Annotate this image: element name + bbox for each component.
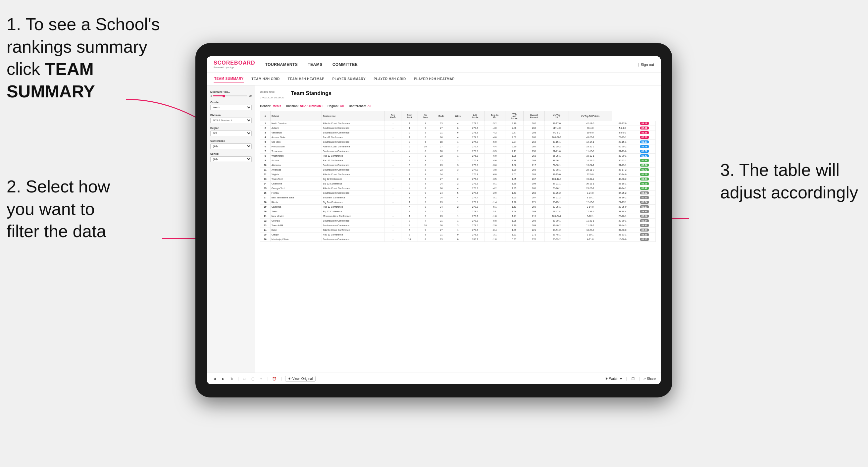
toolbar-sep1: | [238,377,239,380]
gender-filter: Gender: Men's [260,104,281,107]
table-row: 5Ole MissSoutheastern Conference-3618127… [260,140,656,145]
slider-thumb [222,95,225,97]
slider-min: 4 [210,94,212,97]
table-row: 23Texas A&MSoutheastern Conference-91030… [260,223,656,228]
col-reg-rank: RegRank [385,111,401,121]
col-adj-score: Adj.Score [466,111,484,121]
table-header-row: # School Conference RegRank ConfRank NoT… [260,111,656,121]
share-icon: ↗ [643,377,646,380]
nav-tournaments[interactable]: TOURNAMENTS [265,61,298,68]
logo-sub: Powered by clipp [214,66,255,69]
gender-label: Gender [210,101,252,104]
table-row: 16FloridaSoutheastern Conference-7924527… [260,191,656,195]
table-row: 19CaliforniaPac-12 Conference-48242278.2… [260,205,656,209]
logo-area: SCOREBOARD Powered by clipp [214,60,255,69]
watch-button[interactable]: 👁 Watch ▼ [605,377,623,380]
toolbar-resize[interactable]: ❐ [630,376,636,381]
subnav-team-summary[interactable]: TEAM SUMMARY [214,75,244,83]
table-row: 8WashingtonPac-12 Conference-28231276.3-… [260,154,656,158]
col-vs-top25: Vs Top25 [545,111,569,121]
table-row: 4Arizona StatePac-12 Conference-16264274… [260,135,656,140]
gender-select[interactable]: Men's [210,105,252,110]
school-select[interactable]: (All) [210,156,252,162]
view-original-button[interactable]: 👁 View: Original [285,376,316,381]
toolbar-clock[interactable]: ⏰ [271,376,278,381]
bottom-toolbar: ◀ ▶ ↻ | □ ▢ + | ⏰ | 👁 View: Original 👁 W… [207,373,661,384]
watch-label: Watch [609,377,618,380]
toolbar-bookmark[interactable]: ▢ [250,376,256,381]
table-row: 6Florida StateAtlantic Coast Conference-… [260,145,656,149]
tablet: SCOREBOARD Powered by clipp TOURNAMENTS … [195,43,672,398]
region-label: Region [210,126,252,129]
table-row: 21New MexicoMountain West Conference-192… [260,214,656,219]
table-row: 3VanderbiltSoutheastern Conference-25216… [260,130,656,135]
instruction-2-line2: you want to [7,199,95,219]
col-school: School [270,111,321,121]
table-row: 17East Tennessee StateSouthern Conferenc… [260,195,656,200]
nav-teams[interactable]: TEAMS [308,61,322,68]
col-no-tour: NoTour [418,111,433,121]
app-header: SCOREBOARD Powered by clipp TOURNAMENTS … [207,56,661,73]
sign-out-button[interactable]: Sign out [641,63,654,67]
subnav-player-h2h-grid[interactable]: PLAYER H2H GRID [373,76,407,82]
school-label: School [210,152,252,155]
toolbar-sep2: | [267,377,268,380]
tablet-screen: SCOREBOARD Powered by clipp TOURNAMENTS … [207,56,661,384]
col-vs-top50: Vs Top 50 Points [569,111,612,121]
region-filter: Region: All [328,104,344,107]
subnav-team-h2h-grid[interactable]: TEAM H2H GRID [251,76,280,82]
standings-table: # School Conference RegRank ConfRank NoT… [260,111,656,242]
subnav-team-h2h-heatmap[interactable]: TEAM H2H HEATMAP [287,76,325,82]
table-row: 11ArkansasSoutheastern Conference-682332… [260,167,656,172]
share-label: Share [647,377,656,380]
table-row: 15Georgia TechAtlantic Coast Conference-… [260,186,656,191]
toolbar-forward[interactable]: ▶ [221,376,226,381]
share-button[interactable]: ↗ Share [643,377,656,380]
nav-committee[interactable]: COMMITTEE [333,61,358,68]
instruction-2-line3: filter the data [7,222,106,241]
table-row: 26Mississippi StateSoutheastern Conferen… [260,237,656,242]
table-row: 13Texas TechBig 12 Conference-19272276.0… [260,177,656,182]
region-select[interactable]: N/A [210,130,252,136]
table-row: 20TexasBig 12 Conference-37232278.60.71.… [260,209,656,214]
col-overall: OverallRecord [523,111,545,121]
table-title-area: Team Standings [291,90,331,96]
main-content: Minimum Rou... 4 30 Gender Men's Divisio… [207,86,661,373]
col-avg-low: Avg.LowScore [505,111,523,121]
table-title: Team Standings [291,90,331,96]
col-rank: # [260,111,271,121]
sign-out-sep: | [638,63,639,67]
conference-label: Conference [210,139,252,143]
subnav-player-summary[interactable]: PLAYER SUMMARY [332,76,366,82]
table-row: 24DukeAtlantic Coast Conference-59271279… [260,228,656,232]
conference-select[interactable]: (All) [210,144,252,149]
table-row: 14OklahomaBig 12 Conference-28242276.5-5… [260,182,656,186]
table-row: 25OregonPac-12 Conference-58210279.5-3.1… [260,232,656,237]
nav-items: TOURNAMENTS TEAMS COMMITTEE [265,61,638,68]
instruction-3-line1: 3. The table will [720,160,839,180]
slider-fill [213,95,223,96]
watch-icon: 👁 [605,377,608,380]
toolbar-sep3: | [281,377,282,380]
col-rnds: Rnds [433,111,450,121]
col-conference: Conference [322,111,385,121]
instruction-3-line2: adjust accordingly [720,183,858,202]
table-row: 9ArizonaPac-12 Conference-38223276.9-4.6… [260,158,656,163]
view-icon: 👁 [288,377,291,380]
table-area: Update time: 27/03/2024 16:56:26 Team St… [255,86,661,373]
subnav-player-h2h-heatmap[interactable]: PLAYER H2H HEATMAP [413,76,455,82]
watch-arrow: ▼ [619,377,623,380]
toolbar-add[interactable]: + [259,376,264,381]
table-row: 1North CarolinaAtlantic Coast Conference… [260,121,656,126]
filters-row: Gender: Men's Division: NCAA Division I … [260,104,656,107]
division-select[interactable]: NCAA Division I [210,118,252,123]
slider-track[interactable] [213,95,247,96]
toolbar-share2[interactable]: □ [242,376,247,381]
col-conf-rank: ConfRank [401,111,418,121]
toolbar-back[interactable]: ◀ [212,376,217,381]
view-label: View: Original [292,377,313,380]
toolbar-reload[interactable]: ↻ [229,376,235,381]
col-wins: Wins [450,111,466,121]
logo-text: SCOREBOARD [214,60,255,66]
table-row: 7TennesseeSoutheastern Conference-481822… [260,149,656,154]
